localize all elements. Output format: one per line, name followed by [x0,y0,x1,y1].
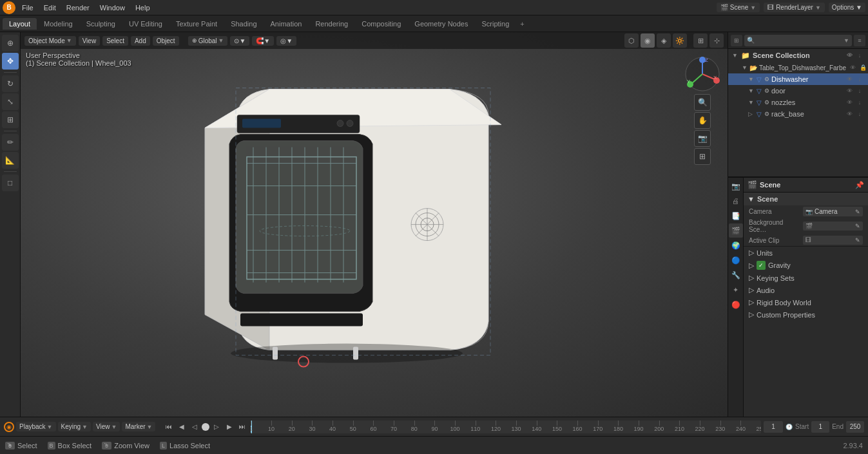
output-props-icon[interactable]: 🖨 [729,194,743,208]
select-menu[interactable]: Select [102,36,128,46]
scene-section-header[interactable]: ▼ Scene [744,193,868,205]
panel-icon-btn-1[interactable]: ⊞ [731,35,742,46]
measure-tool[interactable]: 📐 [2,152,19,169]
app-logo[interactable]: B [3,1,15,14]
tab-uv-editing[interactable]: UV Editing [122,18,169,30]
restrict-icon-dishwasher[interactable]: ↓ [855,75,864,84]
camera-picker-icon[interactable]: ✎ [855,209,860,215]
tab-shading[interactable]: Shading [224,18,263,30]
restrict-icon-table-top[interactable]: 🔒 [858,63,867,72]
rendered-toggle[interactable]: 🔆 [673,33,687,48]
item-door[interactable]: ▼ ▽ ⚙ door 👁 ↓ [728,85,868,97]
transform-global-selector[interactable]: ⊕ Global ▼ [188,36,228,46]
move-tool[interactable]: ✥ [2,53,19,70]
vis-icon-rack-base[interactable]: 👁 [845,109,854,118]
tab-texture-paint[interactable]: Texture Paint [169,18,224,30]
audio-subsection[interactable]: ▷ Audio [744,284,868,296]
units-subsection[interactable]: ▷ Units [744,247,868,259]
3d-viewport[interactable]: Object Mode ▼ View Select Add Object ⊕ G… [21,32,728,417]
grid-view-button[interactable]: ⊞ [694,148,711,165]
item-rack-base[interactable]: ▷ ▽ ⚙ rack_base 👁 ↓ [728,108,868,120]
gravity-checkbox[interactable]: ✓ [757,261,766,270]
expand-dishwasher[interactable]: ▼ [748,76,755,82]
zoom-in-button[interactable]: 🔍 [694,94,711,111]
restrict-icon-nozzles[interactable]: ↓ [855,98,864,107]
particles-props-icon[interactable]: ✦ [729,283,743,297]
marker-dropdown[interactable]: Marker ▼ [122,422,155,431]
end-frame-input[interactable]: 250 [846,421,864,433]
play-forward-button[interactable]: ▷ [211,421,222,433]
world-props-icon[interactable]: 🌍 [729,238,743,252]
vis-icon-table-top[interactable]: 👁 [848,63,857,72]
options-button[interactable]: Options ▼ [829,3,865,12]
restrict-icon-rack-base[interactable]: ↓ [855,109,864,118]
gravity-subsection[interactable]: ▷ ✓ Gravity [744,259,868,272]
snap-selector[interactable]: 🧲▼ [252,36,274,46]
material-toggle[interactable]: ◈ [657,33,671,48]
restrict-icon-door[interactable]: ↓ [855,86,864,95]
camera-value[interactable]: 📷 Camera ✎ [803,207,863,216]
add-cube-tool[interactable]: □ [2,175,19,191]
active-clip-picker-icon[interactable]: ✎ [855,237,860,243]
tab-layout[interactable]: Layout [3,18,37,30]
view-dropdown[interactable]: View ▼ [93,422,120,431]
jump-start-button[interactable]: ⏮ [163,421,175,433]
pivot-selector[interactable]: ⊙▼ [230,36,249,46]
scene-collection-expand[interactable]: ▼ [732,52,738,59]
playback-dropdown[interactable]: Playback ▼ [16,422,56,431]
menu-edit[interactable]: Edit [40,3,60,13]
gizmo-button[interactable]: ⊹ [709,33,724,48]
prev-keyframe-button[interactable]: ◀ [176,421,188,433]
menu-file[interactable]: File [18,3,37,13]
bg-scene-picker-icon[interactable]: ✎ [855,223,860,229]
modifier-props-icon[interactable]: 🔧 [729,268,743,282]
add-workspace-button[interactable]: + [516,19,528,29]
zoom-status[interactable]: 🖱 Zoom View [102,442,149,449]
tab-compositing[interactable]: Compositing [355,18,407,30]
tab-geometry-nodes[interactable]: Geometry Nodes [408,18,474,30]
object-mode-selector[interactable]: Object Mode ▼ [24,36,76,46]
next-keyframe-button[interactable]: ▶ [224,421,235,433]
camera-view-button[interactable]: 📷 [694,130,711,147]
overlay-button[interactable]: ⊞ [693,33,708,48]
expand-nozzles[interactable]: ▼ [748,99,755,106]
scene-collection-header[interactable]: ▼ 📁 Scene Collection 👁 ↓ [728,49,868,62]
props-pin-icon[interactable]: 📌 [855,181,864,189]
timeline-context-circle[interactable]: ◉ [4,422,14,432]
menu-window[interactable]: Window [96,3,129,13]
item-nozzles[interactable]: ▼ ▽ ⚙ nozzles 👁 ↓ [728,97,868,108]
cursor-tool[interactable]: ⊕ [2,35,19,52]
box-select-status[interactable]: B Box Select [48,442,92,449]
current-frame-input[interactable]: 1 [764,421,783,433]
tab-scripting[interactable]: Scripting [475,18,516,30]
item-dishwasher[interactable]: ▼ ▽ ⚙ Dishwasher 👁 ↓ [728,73,868,85]
play-reverse-button[interactable]: ◁ [189,421,200,433]
scale-tool[interactable]: ⤡ [2,93,19,110]
render-layer-selector[interactable]: 🎞 RenderLayer ▼ [764,3,825,12]
object-props-icon[interactable]: 🔵 [729,253,743,267]
rigid-body-world-subsection[interactable]: ▷ Rigid Body World [744,296,868,308]
timeline-ruler[interactable]: 1 10 20 30 40 50 60 70 80 90 100 110 120… [251,421,761,433]
expand-table-top[interactable]: ▼ [742,64,747,71]
lasso-status[interactable]: L Lasso Select [160,442,210,449]
filter-button[interactable]: ≡ [854,35,865,46]
active-clip-value[interactable]: 🎞 ✎ [803,236,863,245]
wireframe-toggle[interactable]: ⬡ [624,33,639,48]
custom-properties-subsection[interactable]: ▷ Custom Properties [744,308,868,321]
proportional-edit[interactable]: ◎▼ [276,36,296,46]
expand-door[interactable]: ▼ [748,88,755,94]
keying-sets-subsection[interactable]: ▷ Keying Sets [744,272,868,284]
add-menu[interactable]: Add [131,36,150,46]
select-status[interactable]: 🖱 Select [5,442,37,449]
scene-props-icon[interactable]: 🎬 [729,223,743,238]
tab-rendering[interactable]: Rendering [309,18,354,30]
rotate-tool[interactable]: ↻ [2,75,19,92]
scene-selector[interactable]: 🎬 Scene ▼ [717,3,760,12]
start-frame-input[interactable]: 1 [811,421,829,433]
menu-render[interactable]: Render [63,3,93,13]
transform-tool[interactable]: ⊞ [2,111,19,128]
solid-toggle[interactable]: ◉ [641,33,655,48]
view-menu[interactable]: View [79,36,101,46]
menu-help[interactable]: Help [131,3,154,13]
tab-modeling[interactable]: Modeling [37,18,79,30]
